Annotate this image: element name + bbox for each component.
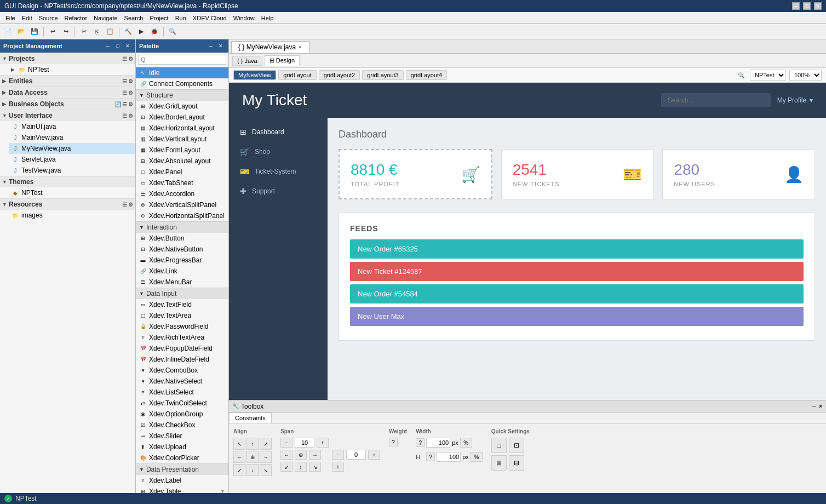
toolbar-search[interactable]: 🔍 bbox=[167, 26, 179, 38]
palette-nativeselect[interactable]: ▾ Xdev.NativeSelect bbox=[136, 376, 228, 387]
height-pct-btn[interactable]: % bbox=[471, 452, 483, 462]
palette-listselect[interactable]: ≡ Xdev.ListSelect bbox=[136, 387, 228, 398]
toolbar-open[interactable]: 📂 bbox=[15, 26, 27, 38]
palette-link[interactable]: 🔗 Xdev.Link bbox=[136, 266, 228, 277]
span-value2-input[interactable] bbox=[346, 450, 366, 460]
menu-project[interactable]: Project bbox=[146, 14, 171, 22]
feed-item-4[interactable]: New User Max bbox=[350, 307, 804, 326]
toolbar-undo[interactable]: ↩ bbox=[47, 26, 59, 38]
toolbar-run[interactable]: ▶ bbox=[135, 26, 147, 38]
toolbar-redo[interactable]: ↪ bbox=[60, 26, 72, 38]
height-input[interactable] bbox=[437, 452, 461, 462]
menu-refactor[interactable]: Refactor bbox=[61, 14, 91, 22]
palette-verticallayout[interactable]: ▥ Xdev.VerticalLayout bbox=[136, 134, 228, 145]
ui-btn1[interactable]: ☰ bbox=[122, 113, 127, 119]
menu-help[interactable]: Help bbox=[258, 14, 277, 22]
nav-ticket-system[interactable]: 🎫 Ticket-System bbox=[229, 162, 328, 181]
span-vert-btn[interactable]: ↕ bbox=[295, 462, 307, 472]
qs-btn2[interactable]: ⊡ bbox=[509, 438, 524, 453]
toolbar-paste[interactable]: 📋 bbox=[104, 26, 116, 38]
toolbar-save[interactable]: 💾 bbox=[28, 26, 41, 38]
palette-passwordfield[interactable]: 🔒 Xdev.PasswordField bbox=[136, 321, 228, 332]
palette-idle[interactable]: ↖ Idle bbox=[136, 67, 228, 78]
section-resources[interactable]: ▼ Resources ☰ ⚙ bbox=[0, 198, 135, 210]
projects-settings-btn[interactable]: ⚙ bbox=[128, 56, 133, 62]
palette-accordion[interactable]: ☰ Xdev.Accordion bbox=[136, 188, 228, 199]
zoom-selector[interactable]: 100% bbox=[789, 70, 822, 81]
ui-btn2[interactable]: ⚙ bbox=[128, 113, 133, 119]
qs-btn4[interactable]: ⊟ bbox=[509, 455, 524, 471]
palette-textarea[interactable]: ▢ Xdev.TextArea bbox=[136, 310, 228, 321]
entities-btn1[interactable]: ☰ bbox=[122, 78, 127, 84]
palette-progressbar[interactable]: ▬ Xdev.ProgressBar bbox=[136, 255, 228, 266]
palette-twincolselect[interactable]: ⇄ Xdev.TwinColSelect bbox=[136, 398, 228, 409]
palette-horizontallayout[interactable]: ▤ Xdev.HorizontalLayout bbox=[136, 123, 228, 134]
palette-section-structure[interactable]: ▼ Structure bbox=[136, 89, 228, 101]
section-entities[interactable]: ▶ Entities ☰ ⚙ bbox=[0, 75, 135, 87]
align-topleft[interactable]: ↖ bbox=[233, 438, 245, 450]
menu-search[interactable]: Search bbox=[121, 14, 147, 22]
span-value-input[interactable] bbox=[295, 438, 314, 448]
nav-support[interactable]: ✚ Support bbox=[229, 181, 328, 201]
palette-close-btn[interactable]: ✕ bbox=[216, 42, 225, 50]
span-plus2-btn[interactable]: + bbox=[368, 450, 380, 460]
align-bottomright[interactable]: ↘ bbox=[260, 464, 272, 476]
menu-run[interactable]: Run bbox=[172, 14, 190, 22]
menu-source[interactable]: Source bbox=[36, 14, 61, 22]
business-objects-btn3[interactable]: ⚙ bbox=[128, 101, 133, 107]
section-projects[interactable]: ▼ Projects ☰ ⚙ bbox=[0, 53, 135, 64]
toolbar-debug[interactable]: 🐞 bbox=[148, 26, 160, 38]
feed-item-3[interactable]: New Order #54584 bbox=[350, 284, 804, 303]
palette-menubar[interactable]: ☰ Xdev.MenuBar bbox=[136, 277, 228, 288]
file-servlet[interactable]: J Servlet.java bbox=[9, 154, 135, 165]
menu-window[interactable]: Window bbox=[230, 14, 258, 22]
toolbox-close-btn[interactable]: ✕ bbox=[818, 403, 823, 409]
section-data-access[interactable]: ▶ Data Access ☰ ⚙ bbox=[0, 87, 135, 98]
nav-shop[interactable]: 🛒 Shop bbox=[229, 142, 328, 162]
weight-qmark[interactable]: ? bbox=[389, 438, 398, 446]
project-panel-maximize[interactable]: □ bbox=[113, 42, 122, 50]
data-access-btn2[interactable]: ⚙ bbox=[128, 90, 133, 96]
breadcrumb-gridlayout4[interactable]: gridLayout4 bbox=[406, 70, 448, 80]
span-right-btn[interactable]: → bbox=[309, 450, 321, 460]
menu-file[interactable]: File bbox=[2, 14, 19, 22]
align-top[interactable]: ↑ bbox=[246, 438, 259, 450]
maximize-button[interactable]: □ bbox=[803, 2, 811, 10]
breadcrumb-gridlayout3[interactable]: gridLayout3 bbox=[362, 70, 404, 80]
span-diag-btn[interactable]: ↙ bbox=[280, 462, 292, 472]
span-plus-btn[interactable]: + bbox=[317, 438, 329, 448]
minimize-button[interactable]: ─ bbox=[792, 2, 800, 10]
entities-btn2[interactable]: ⚙ bbox=[128, 78, 133, 84]
span-center-btn[interactable]: ⊕ bbox=[295, 450, 307, 460]
palette-inlinedatefield[interactable]: 📅 Xdev.InlineDateField bbox=[136, 354, 228, 365]
toolbar-cut[interactable]: ✂ bbox=[78, 26, 90, 38]
toolbox-tab-constraints[interactable]: Constraints bbox=[229, 413, 272, 423]
palette-slider[interactable]: ⊸ Xdev.Slider bbox=[136, 431, 228, 442]
palette-panel[interactable]: □ Xdev.Panel bbox=[136, 167, 228, 177]
align-bottomleft[interactable]: ↙ bbox=[233, 464, 245, 476]
nav-dashboard[interactable]: ⊞ Dashboard bbox=[229, 122, 328, 142]
span-diagr-btn[interactable]: ↘ bbox=[309, 462, 321, 472]
width-pct-btn[interactable]: % bbox=[460, 438, 472, 448]
palette-section-datainput[interactable]: ▼ Data Input bbox=[136, 288, 228, 299]
palette-tabsheet[interactable]: ▭ Xdev.TabSheet bbox=[136, 177, 228, 188]
palette-textfield[interactable]: ▭ Xdev.TextField bbox=[136, 299, 228, 310]
height-qmark[interactable]: ? bbox=[426, 453, 435, 461]
toolbar-new[interactable]: 📄 bbox=[2, 26, 14, 38]
project-nptest[interactable]: ▶ 📁 NPTest bbox=[9, 64, 135, 75]
breadcrumb-gridlayout2[interactable]: gridLayout2 bbox=[319, 70, 360, 80]
business-objects-btn1[interactable]: 🔄 bbox=[114, 101, 121, 107]
tab-mynewview-close[interactable]: ✕ bbox=[298, 44, 302, 50]
breadcrumb-gridlayout[interactable]: gridLayout bbox=[278, 70, 316, 80]
palette-popupdatefield[interactable]: 📅 Xdev.PopupDateField bbox=[136, 343, 228, 354]
section-user-interface[interactable]: ▼ User Interface ☰ ⚙ bbox=[0, 110, 135, 121]
close-button[interactable]: ✕ bbox=[814, 2, 822, 10]
menu-navigate[interactable]: Navigate bbox=[90, 14, 121, 22]
business-objects-btn2[interactable]: ☰ bbox=[122, 101, 127, 107]
resources-btn2[interactable]: ⚙ bbox=[128, 202, 133, 208]
folder-images[interactable]: 📁 images bbox=[9, 210, 135, 221]
span-plus3-btn[interactable]: + bbox=[332, 462, 344, 472]
app-header-search[interactable] bbox=[661, 93, 771, 107]
project-selector[interactable]: NPTest bbox=[750, 70, 786, 81]
palette-colorpicker[interactable]: 🎨 Xdev.ColorPicker bbox=[136, 453, 228, 463]
